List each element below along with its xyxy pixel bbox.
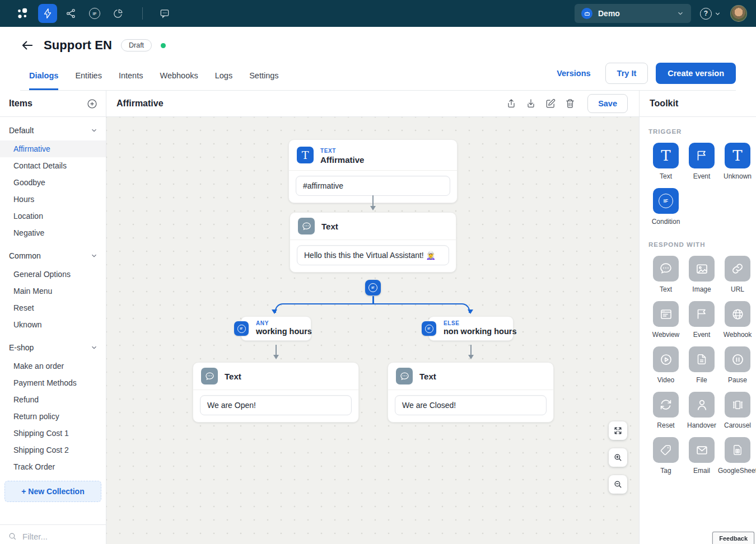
help-menu[interactable]: ?	[700, 8, 721, 20]
sidebar-item-contact-details[interactable]: Contact Details	[0, 157, 106, 174]
trigger-value-input[interactable]: #affirmative	[296, 176, 450, 196]
chevron-down-icon	[90, 344, 98, 351]
branch-kicker: ANY	[256, 320, 304, 326]
collection-default[interactable]: Default	[0, 120, 106, 140]
message-text-input[interactable]: We are Closed!	[395, 395, 547, 415]
sidebar-item-hours[interactable]: Hours	[0, 191, 106, 208]
toolkit-respond-file[interactable]: File	[684, 346, 720, 384]
tab-webhooks[interactable]: Webhooks	[160, 71, 198, 90]
toolkit-respond-video[interactable]: Video	[648, 346, 684, 384]
sidebar-item-shipping-cost-1[interactable]: Shipping Cost 1	[0, 425, 106, 442]
dialog-toolbar: Affirmative Save	[106, 91, 639, 117]
toolkit-trigger-condition[interactable]: IF Condition	[648, 188, 684, 226]
help-icon: ?	[700, 8, 712, 20]
branch-else-non-working-hours[interactable]: IF ELSE non working hours	[428, 316, 514, 341]
flag-icon	[689, 143, 715, 168]
sidebar-item-location[interactable]: Location	[0, 208, 106, 224]
app-logo-icon[interactable]	[11, 2, 34, 25]
toolkit-trigger-event[interactable]: Event	[684, 143, 720, 180]
save-button[interactable]: Save	[587, 94, 628, 113]
edit-icon[interactable]	[545, 98, 556, 109]
feedback-button[interactable]: Feedback	[712, 532, 754, 544]
toolkit-item-label: Image	[692, 285, 711, 293]
toolkit-trigger-text[interactable]: T Text	[648, 143, 684, 180]
toolkit-respond-googlesheet[interactable]: GoogleSheet	[720, 437, 755, 475]
tab-entities[interactable]: Entities	[75, 71, 102, 90]
analytics-nav-pie-icon[interactable]	[109, 4, 128, 23]
toolkit-respond-url[interactable]: URL	[720, 256, 755, 293]
toolkit-respond-tag[interactable]: Tag	[648, 437, 684, 475]
toolkit-item-label: Handover	[687, 421, 716, 429]
dialogs-nav-lightning-icon[interactable]	[38, 4, 57, 23]
flow-canvas[interactable]: T TEXT Affirmative #affirmative T	[106, 117, 639, 544]
tab-logs[interactable]: Logs	[215, 71, 232, 90]
fit-view-button[interactable]	[609, 421, 627, 440]
toolkit-respond-webview[interactable]: Webview	[648, 301, 684, 339]
toolkit-item-label: URL	[731, 285, 744, 293]
try-it-button[interactable]: Try It	[605, 63, 648, 84]
filter-input[interactable]	[22, 532, 90, 541]
tab-intents[interactable]: Intents	[119, 71, 143, 90]
sidebar-item-goodbye[interactable]: Goodbye	[0, 174, 106, 191]
export-icon[interactable]	[506, 98, 517, 109]
if-badge: IF	[368, 283, 377, 292]
chat-bubble-icon	[201, 368, 218, 384]
sidebar-item-track-order[interactable]: Track Order	[0, 458, 106, 475]
toolkit-trigger-unknown[interactable]: T Unknown	[720, 143, 755, 180]
toolkit-respond-pause[interactable]: Pause	[720, 346, 755, 384]
sidebar-item-general-options[interactable]: General Options	[0, 266, 106, 283]
file-icon	[689, 346, 715, 372]
zoom-out-button[interactable]	[609, 475, 627, 494]
toolkit-item-label: Event	[693, 331, 711, 339]
node-trigger-affirmative[interactable]: T TEXT Affirmative #affirmative	[288, 139, 458, 203]
page-header: Support EN Draft Dialogs Entities Intent…	[0, 27, 756, 91]
conditions-nav-if-icon[interactable]: IF	[85, 4, 104, 23]
image-icon	[689, 256, 715, 282]
sidebar-item-payment-methods[interactable]: Payment Methods	[0, 374, 106, 391]
link-icon	[725, 256, 750, 282]
new-collection-button[interactable]: + New Collection	[4, 481, 101, 502]
condition-node[interactable]: IF	[365, 280, 381, 296]
toolkit-respond-image[interactable]: Image	[684, 256, 720, 293]
toolkit-respond-email[interactable]: Email	[684, 437, 720, 475]
collection-common[interactable]: Common	[0, 246, 106, 266]
sidebar-item-make-an-order[interactable]: Make an order	[0, 358, 106, 374]
node-text-open[interactable]: Text We are Open!	[193, 362, 359, 423]
chat-nav-icon[interactable]	[155, 4, 174, 23]
sidebar-item-uknown[interactable]: Uknown	[0, 316, 106, 333]
back-arrow-icon[interactable]	[20, 38, 35, 53]
message-text-input[interactable]: Hello this this the Virtual Assistant! 🧝…	[297, 245, 449, 265]
sidebar-item-reset[interactable]: Reset	[0, 299, 106, 316]
add-item-icon[interactable]	[86, 98, 98, 110]
entities-nav-share-icon[interactable]	[62, 4, 81, 23]
collection-label: Default	[9, 126, 34, 135]
tab-settings[interactable]: Settings	[249, 71, 278, 90]
node-text-closed[interactable]: Text We are Closed!	[388, 362, 554, 423]
sidebar-item-affirmative[interactable]: Affirmative	[0, 140, 106, 157]
sidebar-item-negative[interactable]: Negative	[0, 224, 106, 241]
sidebar-item-return-policy[interactable]: Return policy	[0, 408, 106, 425]
import-icon[interactable]	[525, 98, 536, 109]
user-avatar[interactable]	[730, 5, 747, 22]
workspace-selector[interactable]: Demo	[575, 4, 691, 23]
sidebar-item-main-menu[interactable]: Main Menu	[0, 283, 106, 299]
message-text-input[interactable]: We are Open!	[200, 395, 352, 415]
toolkit-respond-reset[interactable]: Reset	[648, 392, 684, 429]
collection-eshop[interactable]: E-shop	[0, 337, 106, 358]
sidebar-item-shipping-cost-2[interactable]: Shipping Cost 2	[0, 442, 106, 458]
zoom-in-button[interactable]	[609, 448, 627, 467]
create-version-button[interactable]: Create version	[656, 63, 736, 84]
delete-icon[interactable]	[564, 98, 576, 109]
toolkit-respond-carousel[interactable]: Carousel	[720, 392, 755, 429]
node-text-message[interactable]: Text Hello this this the Virtual Assista…	[290, 212, 456, 273]
tab-dialogs[interactable]: Dialogs	[29, 71, 58, 90]
toolkit-respond-handover[interactable]: Handover	[684, 392, 720, 429]
versions-link[interactable]: Versions	[557, 69, 590, 78]
toolkit-respond-text[interactable]: Text	[648, 256, 684, 293]
text-trigger-icon: T	[297, 147, 314, 163]
sidebar-item-refund[interactable]: Refund	[0, 391, 106, 408]
toolkit-respond-event[interactable]: Event	[684, 301, 720, 339]
condition-branch-icon: IF	[422, 321, 436, 336]
branch-any-working-hours[interactable]: IF ANY working hours	[241, 316, 311, 341]
toolkit-respond-webhook[interactable]: Webhook	[720, 301, 755, 339]
